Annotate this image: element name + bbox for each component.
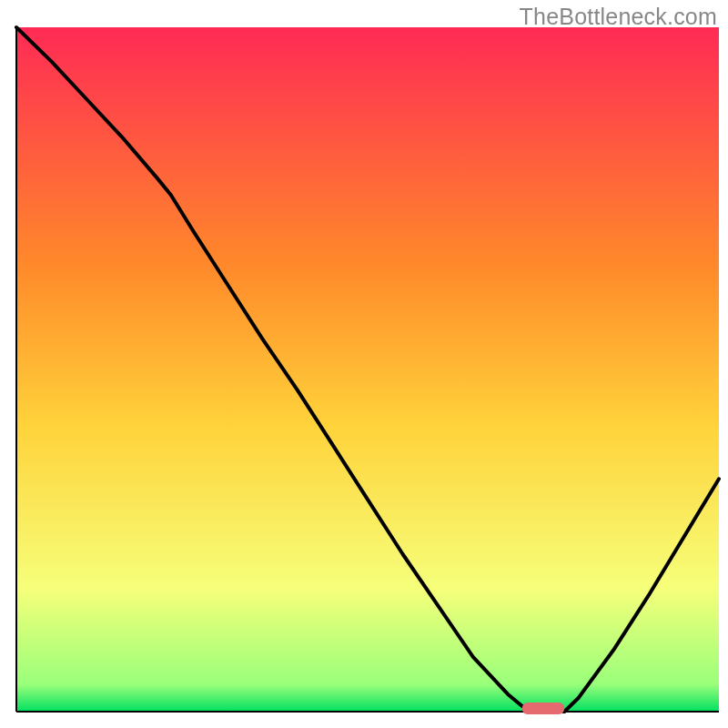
chart-stage: TheBottleneck.com bbox=[0, 0, 728, 728]
bottleneck-curve-chart bbox=[0, 0, 728, 728]
gradient-background bbox=[16, 27, 719, 712]
optimum-marker bbox=[522, 703, 564, 714]
